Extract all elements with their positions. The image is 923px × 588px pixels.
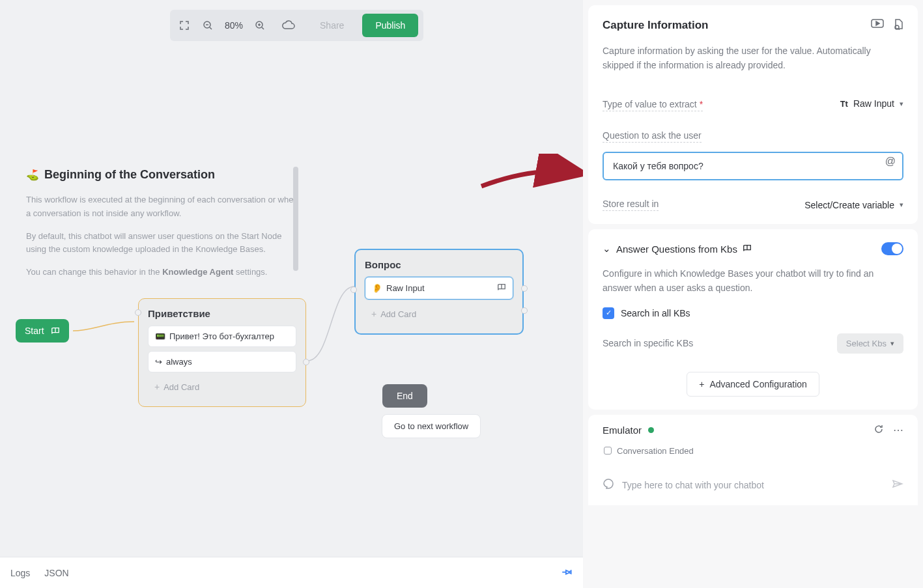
plus-icon: +	[699, 379, 704, 389]
message-icon: 📟	[155, 331, 165, 341]
tab-logs[interactable]: Logs	[10, 568, 30, 578]
book-icon	[51, 326, 60, 335]
emulator-header: Emulator ⋯	[603, 424, 903, 437]
zoom-out-button[interactable]	[199, 16, 217, 35]
plus-icon: +	[154, 382, 160, 392]
node-question-title: Вопрос	[365, 259, 513, 270]
tab-json[interactable]: JSON	[44, 568, 68, 578]
panel-title: Capture Information	[603, 19, 708, 32]
pin-icon[interactable]	[562, 567, 573, 580]
info-title: ⛳ Beginning of the Conversation	[26, 168, 303, 182]
zoom-level: 80%	[222, 20, 246, 31]
emulator-card: Emulator ⋯ Conversation Ended Type here …	[588, 415, 918, 505]
ear-icon: 👂	[372, 283, 382, 293]
stop-icon	[604, 447, 612, 455]
publish-button[interactable]: Publish	[362, 14, 418, 37]
node-end[interactable]: End	[382, 384, 427, 408]
node-start-label: Start	[25, 326, 44, 336]
type-select[interactable]: Tt Raw Input ▾	[840, 98, 903, 109]
docs-icon[interactable]	[893, 18, 903, 33]
node-question-rawinput[interactable]: 👂 Raw Input	[365, 277, 513, 300]
send-icon[interactable]	[892, 479, 903, 491]
node-question[interactable]: Вопрос 👂 Raw Input + Add Card	[354, 249, 524, 335]
kb-toggle[interactable]	[881, 242, 903, 255]
info-panel: ⛳ Beginning of the Conversation This wor…	[26, 168, 303, 288]
chat-icon	[603, 478, 614, 492]
add-card-label: Add Card	[163, 382, 199, 392]
right-panel: Capture Information Capture information …	[583, 0, 923, 588]
connector-start-greet	[68, 319, 139, 358]
toolbar: 80% Share Publish	[170, 10, 423, 41]
node-question-item-text: Raw Input	[386, 283, 425, 293]
at-icon[interactable]: @	[885, 156, 896, 167]
chevron-down-icon: ▾	[900, 201, 903, 209]
select-kbs-button[interactable]: Select Kbs ▾	[837, 333, 903, 354]
node-greeting[interactable]: Приветствие 📟 Привет! Это бот-бухгалтер …	[138, 298, 306, 407]
store-value: Select/Create variable	[804, 200, 894, 210]
node-greeting-condition-text: always	[166, 357, 192, 367]
checkbox-checked[interactable]: ✓	[603, 307, 614, 319]
panel-description: Capture information by asking the user f…	[603, 44, 903, 72]
node-next-workflow[interactable]: Go to next workflow	[382, 414, 481, 438]
status-dot-icon	[648, 427, 654, 433]
info-paragraph-2: By default, this chatbot will answer use…	[26, 230, 303, 257]
share-button[interactable]: Share	[311, 15, 353, 36]
node-greeting-message[interactable]: 📟 Привет! Это бот-бухгалтер	[148, 326, 296, 347]
search-all-label: Search in all KBs	[621, 308, 690, 318]
zoom-in-button[interactable]	[251, 16, 269, 35]
chevron-down-icon: ⌄	[603, 243, 611, 255]
advanced-config-row: + Advanced Configuration	[603, 372, 903, 397]
add-card-button[interactable]: + Add Card	[148, 376, 296, 397]
info-paragraph-3: You can change this behavior in the Know…	[26, 266, 303, 279]
info-title-text: Beginning of the Conversation	[44, 168, 215, 182]
question-input[interactable]	[603, 152, 903, 180]
flag-icon: ⛳	[26, 169, 39, 181]
chevron-down-icon: ▾	[890, 339, 894, 348]
kb-card: ⌄ Answer Questions from Kbs Configure in…	[588, 229, 918, 409]
node-greeting-title: Приветствие	[148, 308, 296, 319]
port-in[interactable]	[350, 287, 357, 293]
annotation-arrow	[479, 154, 586, 193]
select-kbs-label: Select Kbs	[846, 339, 887, 348]
chat-placeholder: Type here to chat with your chatbot	[622, 480, 884, 490]
store-select[interactable]: Select/Create variable ▾	[804, 200, 903, 210]
video-icon[interactable]	[871, 18, 884, 33]
capture-info-card: Capture Information Capture information …	[588, 5, 918, 224]
text-type-icon: Tt	[840, 99, 848, 109]
node-start[interactable]: Start	[16, 319, 69, 343]
conversation-ended-text: Conversation Ended	[617, 446, 694, 456]
specific-label: Search in specific KBs	[603, 338, 693, 348]
store-row: Store result in Select/Create variable ▾	[603, 199, 903, 211]
refresh-icon[interactable]	[873, 424, 884, 437]
book-icon	[743, 244, 752, 255]
search-all-row[interactable]: ✓ Search in all KBs	[603, 307, 903, 319]
kb-title-row[interactable]: ⌄ Answer Questions from Kbs	[603, 243, 752, 255]
advanced-config-button[interactable]: + Advanced Configuration	[687, 372, 819, 397]
info-scrollbar[interactable]	[293, 167, 298, 271]
advanced-config-label: Advanced Configuration	[709, 379, 806, 389]
kb-description: Configure in which Knowledge Bases your …	[603, 267, 903, 295]
connector-greet-question	[305, 260, 357, 365]
add-card-label: Add Card	[380, 309, 416, 319]
port-out-2[interactable]	[521, 307, 528, 314]
chat-input-row[interactable]: Type here to chat with your chatbot	[603, 478, 903, 505]
port-in[interactable]	[135, 309, 141, 316]
type-value: Raw Input	[853, 98, 894, 109]
add-card-button[interactable]: + Add Card	[365, 303, 513, 324]
kb-header: ⌄ Answer Questions from Kbs	[603, 242, 903, 255]
kb-title: Answer Questions from Kbs	[616, 244, 737, 255]
chevron-down-icon: ▾	[900, 100, 903, 108]
more-icon[interactable]: ⋯	[893, 424, 903, 437]
conversation-ended-row: Conversation Ended	[603, 446, 903, 456]
question-label: Question to ask the user	[603, 130, 702, 143]
canvas-area[interactable]: 80% Share Publish ⛳ Beginning of the Con…	[0, 0, 583, 588]
store-label: Store result in	[603, 199, 659, 211]
fit-view-button[interactable]	[175, 16, 193, 35]
question-row: Question to ask the user @	[603, 130, 903, 180]
book-icon	[497, 283, 506, 294]
bottom-bar: Logs JSON	[0, 557, 583, 588]
port-out[interactable]	[303, 359, 309, 365]
cloud-sync-icon[interactable]	[279, 16, 298, 35]
node-greeting-condition[interactable]: ↪ always	[148, 351, 296, 372]
port-out-1[interactable]	[521, 285, 528, 292]
